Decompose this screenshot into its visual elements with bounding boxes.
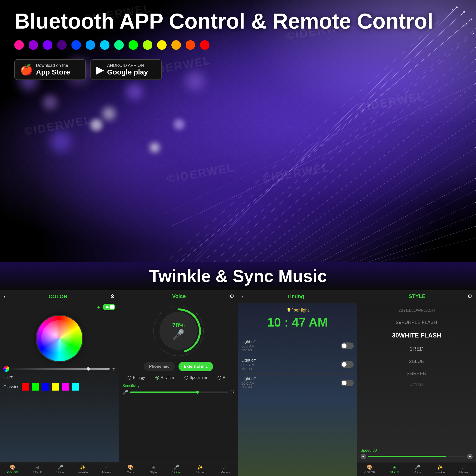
timing-toggle-2[interactable] (341, 361, 354, 368)
voice-nav-color[interactable]: 🎨 Color (127, 464, 134, 474)
classics-label: Classics (3, 384, 19, 389)
svg-line-23 (333, 190, 476, 262)
style-item-1red[interactable]: 1RED (357, 342, 476, 355)
style-twinkle-icon: ✨ (437, 464, 443, 470)
sensitivity-track[interactable] (130, 391, 228, 393)
classics-row: Classics (0, 381, 119, 392)
timing-clock: 10 : 47 AM (238, 315, 357, 329)
color-dot (29, 40, 38, 50)
nav-style[interactable]: ⊞ STYLE (32, 464, 42, 474)
timing-time-display: 💡fiber light 10 : 47 AM (238, 303, 357, 334)
rhythm-option[interactable]: Rhythm (155, 375, 174, 380)
nav-meteor[interactable]: ☄ Meteor (102, 464, 112, 474)
voice-screen-title: Voice (129, 293, 229, 299)
style-item-3green[interactable]: 3GREEN (357, 368, 476, 380)
timing-device-label: 💡fiber light (238, 307, 357, 313)
svg-line-10 (162, 71, 476, 214)
voice-ring-container: 70% 🎤 (152, 305, 205, 357)
svg-line-25 (357, 214, 476, 262)
sensitivity-row: Sensitivity: 🎤 57 (119, 382, 238, 397)
color-slider[interactable] (11, 368, 110, 370)
classic-color-yellow[interactable] (52, 383, 59, 391)
svg-line-17 (286, 131, 476, 262)
toggle-switch[interactable]: ON (102, 304, 116, 310)
timing-back-icon[interactable]: ‹ (242, 293, 244, 300)
googleplay-badge[interactable]: ▶ ANDROID APP ON Google play (90, 59, 162, 80)
style-nav-color[interactable]: 🎨 COLOR (364, 464, 375, 474)
classic-color-magenta[interactable] (62, 383, 69, 391)
style-nav-voice[interactable]: 🎤 Voice (414, 464, 421, 474)
nav-color[interactable]: 🎨 COLOR (7, 464, 18, 474)
nav-twinkle[interactable]: ✨ twinkle (78, 464, 88, 474)
voice-nav-style[interactable]: ⊞ Style (150, 464, 157, 474)
nav-voice[interactable]: 🎤 Voice (56, 464, 64, 474)
color-dot (114, 40, 124, 50)
voice-gear-icon[interactable]: ⚙ (229, 293, 234, 299)
style-icon: ⊞ (151, 464, 155, 470)
style-meteor-icon: ☄ (462, 464, 466, 470)
voice-nav-flicker[interactable]: ✨ Flicker (196, 464, 205, 474)
svg-line-12 (157, 95, 476, 190)
apple-icon: 🍎 (20, 65, 33, 75)
style-item-2blue[interactable]: 2BLUE (357, 355, 476, 368)
style-style-icon: ⊞ (392, 464, 396, 470)
screen-timing: ‹ Timing 💡fiber light 10 : 47 AM Light o… (238, 290, 357, 476)
back-icon[interactable]: ‹ (4, 293, 6, 300)
style-nav-style[interactable]: ⊞ STYLE (390, 464, 399, 474)
color-slider-thumb (87, 367, 90, 371)
svg-line-24 (345, 202, 476, 262)
rhythm-row: Energy Rhythm Spectru m Roll (119, 374, 238, 382)
googleplay-icon: ▶ (96, 65, 104, 75)
roll-option[interactable]: Roll (218, 375, 229, 380)
voice-nav-voice[interactable]: 🎤 Voice (172, 464, 180, 474)
classic-color-blue[interactable] (42, 383, 49, 391)
style-list: 28YELLOWFLASH 29PURPLE FLASH 30WHITE FLA… (357, 302, 476, 446)
svg-line-20 (309, 162, 476, 262)
svg-line-11 (171, 83, 476, 226)
power-toggle[interactable]: ON (102, 304, 116, 311)
timing-toggle-3[interactable] (341, 380, 354, 386)
phone-mic-button[interactable]: Phone mic (144, 362, 175, 371)
speed-minus[interactable]: − (360, 454, 366, 459)
appstore-text: Download on the App Store (36, 63, 70, 76)
classic-color-green[interactable] (32, 383, 39, 391)
color-nav-icon: 🎨 (10, 464, 16, 470)
color-dot (186, 40, 195, 50)
screen-color: ‹ COLOR ⚙ ✦ ON ☼ Used Clas (0, 290, 119, 476)
classic-color-red[interactable] (22, 383, 29, 391)
color-dot (129, 40, 138, 50)
style-item-30[interactable]: 30WHITE FLASH (357, 328, 476, 342)
sensitivity-label: Sensitivity: (122, 384, 235, 388)
color-wheel[interactable] (36, 315, 83, 362)
top-content: Bluetooth APP Control & Remote Control 🍎 (0, 0, 476, 89)
timing-toggle-1[interactable] (341, 342, 354, 349)
spectrum-radio (185, 376, 188, 380)
style-gear-icon[interactable]: ⚙ (467, 293, 472, 299)
speed-plus[interactable]: + (467, 454, 473, 459)
classic-color-cyan[interactable] (72, 383, 79, 391)
appstore-badge[interactable]: 🍎 Download on the App Store (14, 59, 86, 80)
speed-label: Speed:80 (360, 448, 473, 453)
gear-icon[interactable]: ⚙ (110, 293, 115, 300)
style-nav-meteor[interactable]: ☄ Meteor (459, 464, 469, 474)
voice-bottom-nav: 🎨 Color ⊞ Style 🎤 Voice ✨ Flicker ☄ Mete… (119, 462, 238, 476)
energy-option[interactable]: Energy (128, 375, 145, 380)
color-wheel-container (0, 312, 119, 365)
rhythm-radio (155, 376, 159, 380)
svg-line-15 (155, 107, 476, 167)
store-badges: 🍎 Download on the App Store ▶ ANDROID AP… (14, 59, 462, 80)
style-nav-twinkle[interactable]: ✨ twinkle (436, 464, 445, 474)
sensitivity-controls: 🎤 57 (122, 389, 235, 395)
color-dot (43, 40, 52, 50)
style-item-4cyan[interactable]: 4CYAN (357, 380, 476, 391)
external-mic-button[interactable]: External mic (178, 362, 213, 371)
brightness-icon: ☼ (112, 367, 116, 372)
voice-center: 70% 🎤 (172, 322, 185, 340)
spectrum-option[interactable]: Spectru m (185, 375, 207, 380)
style-item-28[interactable]: 28YELLOWFLASH (357, 305, 476, 316)
speed-track[interactable] (368, 456, 465, 457)
voice-nav-meteor[interactable]: ☄ Meteor (221, 464, 230, 474)
color-dot (14, 40, 24, 50)
style-item-29[interactable]: 29PURPLE FLASH (357, 316, 476, 328)
sensitivity-thumb (196, 391, 199, 394)
